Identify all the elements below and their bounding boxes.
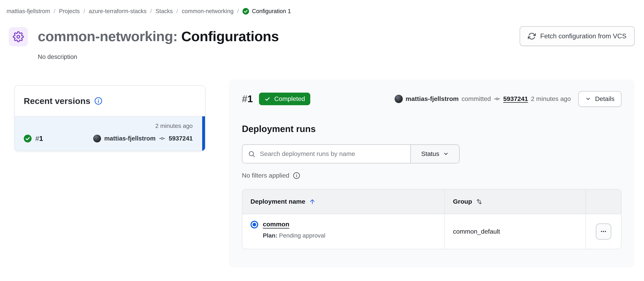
table-header-row: Deployment name Group <box>242 190 621 214</box>
info-icon[interactable] <box>293 172 300 179</box>
column-header-label: Group <box>453 198 472 205</box>
ellipsis-icon <box>600 228 607 235</box>
configuration-hash-symbol: # <box>242 91 248 107</box>
search-input[interactable] <box>242 145 410 163</box>
group-cell: common_default <box>445 214 586 249</box>
version-commit-hash: 5937241 <box>169 135 192 142</box>
column-header-label: Deployment name <box>250 198 305 205</box>
page-title-stack-name: common-networking: <box>38 28 178 44</box>
info-icon[interactable] <box>94 97 102 105</box>
breadcrumb-separator: / <box>237 7 239 15</box>
deployment-status-icon <box>250 221 258 229</box>
chevron-down-icon <box>443 151 449 157</box>
avatar <box>93 135 101 142</box>
avatar <box>394 95 403 103</box>
plan-status: Pending approval <box>279 232 325 239</box>
version-number-value: 1 <box>39 134 43 142</box>
check-icon <box>264 96 270 102</box>
breadcrumb: mattias-fjellstrom / Projects / azure-te… <box>6 7 291 15</box>
version-author: mattias-fjellstrom <box>104 135 156 142</box>
recent-versions-title: Recent versions <box>24 96 90 106</box>
git-commit-icon <box>159 135 166 142</box>
sort-ascending-icon <box>309 198 316 205</box>
breadcrumb-item-configuration[interactable]: Configuration 1 <box>242 7 291 15</box>
search-box <box>242 145 410 163</box>
breadcrumb-separator: / <box>176 7 178 15</box>
breadcrumb-item-project[interactable]: azure-terraform-stacks <box>89 7 146 15</box>
version-hash-symbol: # <box>35 134 39 142</box>
filters-note-label: No filters applied <box>242 172 289 179</box>
deployment-runs-title: Deployment runs <box>242 123 622 134</box>
status-badge-label: Completed <box>274 95 305 103</box>
breadcrumb-separator: / <box>84 7 85 15</box>
commit-info: mattias-fjellstrom committed 5937241 2 m… <box>394 95 571 103</box>
version-list-item[interactable]: 2 minutes ago #1 mattias-fjellstrom 5937… <box>15 116 205 151</box>
stack-type-badge <box>9 27 28 46</box>
commit-time: 2 minutes ago <box>531 95 571 103</box>
breadcrumb-item-stacks[interactable]: Stacks <box>156 7 173 15</box>
version-committer: mattias-fjellstrom 5937241 <box>93 135 193 142</box>
recent-versions-header: Recent versions <box>15 86 205 116</box>
git-commit-icon <box>494 96 500 102</box>
breadcrumb-item-stack[interactable]: common-networking <box>182 7 234 15</box>
chevron-down-icon <box>585 96 591 102</box>
version-number: #1 <box>24 134 43 142</box>
details-button-label: Details <box>595 95 614 103</box>
deployment-plan-status: Plan: Pending approval <box>263 232 325 240</box>
deployment-runs-filters: Status <box>242 144 460 163</box>
page-title: common-networking: Configurations <box>38 28 279 45</box>
fetch-configuration-label: Fetch configuration from VCS <box>540 32 626 40</box>
row-actions-button[interactable] <box>596 224 611 240</box>
recent-versions-card: Recent versions 2 minutes ago #1 mattias… <box>14 85 206 151</box>
status-filter-label: Status <box>421 150 439 158</box>
deployment-name-cell: common Plan: Pending approval <box>242 214 445 249</box>
deployment-runs-table: Deployment name Group <box>242 189 622 249</box>
group-value: common_default <box>453 228 500 235</box>
fetch-configuration-button[interactable]: Fetch configuration from VCS <box>520 26 634 46</box>
gear-icon <box>13 31 24 42</box>
deployment-name-link[interactable]: common <box>263 221 289 228</box>
breadcrumb-current-label: Configuration 1 <box>252 7 291 15</box>
check-circle-icon <box>242 8 249 14</box>
configuration-panel: #1 Completed mattias-fjellstrom committe… <box>229 80 634 267</box>
actions-cell <box>586 214 621 249</box>
table-row: common Plan: Pending approval common_def… <box>242 214 621 249</box>
selected-version-indicator <box>202 116 205 151</box>
configuration-number: #1 <box>242 91 253 107</box>
status-badge: Completed <box>259 93 310 105</box>
plan-label: Plan: <box>263 232 277 239</box>
column-header-deployment-name[interactable]: Deployment name <box>242 190 445 214</box>
sync-icon <box>528 32 536 40</box>
configuration-number-value: 1 <box>248 91 253 107</box>
breadcrumb-item-org[interactable]: mattias-fjellstrom <box>6 7 50 15</box>
page-title-section: Configurations <box>181 28 279 44</box>
column-header-group[interactable]: Group <box>445 190 586 214</box>
commit-author: mattias-fjellstrom <box>406 95 459 103</box>
version-timestamp: 2 minutes ago <box>24 122 193 130</box>
run-header: #1 Completed mattias-fjellstrom committe… <box>242 91 622 107</box>
commit-hash-link[interactable]: 5937241 <box>503 95 528 103</box>
status-filter-dropdown[interactable]: Status <box>410 145 459 163</box>
breadcrumb-item-projects[interactable]: Projects <box>59 7 80 15</box>
search-icon <box>248 150 256 158</box>
filters-note: No filters applied <box>242 172 622 179</box>
details-button[interactable]: Details <box>578 91 622 107</box>
page: mattias-fjellstrom / Projects / azure-te… <box>0 0 644 281</box>
sort-both-icon <box>476 198 483 205</box>
breadcrumb-separator: / <box>150 7 152 15</box>
stack-description: No description <box>38 53 77 60</box>
check-circle-icon <box>24 135 32 142</box>
column-header-actions <box>586 190 621 214</box>
breadcrumb-separator: / <box>54 7 55 15</box>
committed-label: committed <box>462 95 491 103</box>
